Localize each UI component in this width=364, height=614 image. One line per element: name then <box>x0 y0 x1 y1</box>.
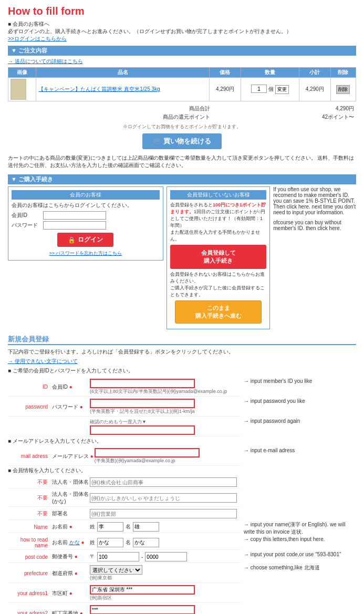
name-row: Name お名前 ● 姓 名 → input your name( <box>8 521 356 536</box>
address2-row: your adress2 町丁字番地 ● (例)西新宿1-1-1 <box>8 604 356 614</box>
id-input-cell: (6文字以上80文字以内/半角英数記号)(例)yamada@example.co… <box>90 379 240 395</box>
totals-table: 商品合計 4,290円 商品の還元ポイント 42ポイント〜 <box>8 105 356 121</box>
company-kana-row: 不要 法人名・団体名(かな) <box>8 490 356 508</box>
forgot-password-link[interactable]: >> パスワードを忘れた方はこちら <box>49 251 122 256</box>
address2-input[interactable] <box>90 605 195 614</box>
member-login-prompt: 会員のお客様はこちらからログインしてください。 <box>12 202 160 209</box>
continue-btn-wrap: 🛒 買い物を続ける <box>8 133 356 149</box>
col-delete: 削除 <box>330 68 356 78</box>
continue-shopping-button[interactable]: 🛒 買い物を続ける <box>142 133 222 149</box>
pw-confirm-label <box>52 419 89 435</box>
product-detail-link[interactable]: → 送品についての詳細はこちら <box>8 58 83 64</box>
kana-inputs: 姓 名 <box>90 538 240 547</box>
kana-surname-input[interactable] <box>97 538 123 547</box>
address1-input[interactable] <box>90 585 195 595</box>
reg-title: 新規会員登録 <box>8 335 356 345</box>
post-required: ● <box>75 554 78 559</box>
postcode-inputs: 〒 - <box>90 552 240 561</box>
name-kana-row: how to read name お名前 かな ● 姓 名 → c <box>8 536 356 551</box>
company-kanji-sidebar: 不要 <box>9 477 51 487</box>
password-label: パスワード <box>12 222 43 229</box>
member-id-row: 会員ID <box>12 211 160 220</box>
postcode-input-cell: 〒 - <box>90 552 240 561</box>
registration-section: 新規会員登録 下記内容でご登録を行います。よろしければ「会員登録する」ボタンをク… <box>8 335 356 614</box>
product-total-label: 商品合計 <box>8 105 212 113</box>
reg-description: 下記内容でご登録を行います。よろしければ「会員登録する」ボタンをクリックしてくだ… <box>8 348 356 356</box>
email-annotation: → input e-mail adress <box>241 447 356 454</box>
name-inputs: 姓 名 <box>90 522 240 532</box>
col-price: 価格 <box>209 68 241 78</box>
member-id-reg-input[interactable] <box>90 379 195 388</box>
password-confirm-input[interactable] <box>90 425 195 435</box>
product-name-cell: 【キャンペーン】たんぱく質調整米 真空米1/25 3kg <box>36 78 209 101</box>
member-box-title: 会員のお客様 <box>12 190 160 200</box>
login-button[interactable]: 🔒 ログイン <box>57 233 113 247</box>
nonmember-box-title: 会員登録していないお客様 <box>170 190 266 200</box>
member-login-box: 会員のお客様 会員のお客様はこちらからログインしてください。 会員ID パスワー… <box>8 186 163 261</box>
department-input-cell <box>90 509 240 518</box>
name-label: お名前 ● <box>52 522 89 532</box>
address2-input-cell: (例)西新宿1-1-1 <box>90 605 240 614</box>
page-title: How to fill form <box>8 5 356 17</box>
email-label: メールアドレス ● <box>52 448 93 464</box>
purchase-section-header: ▼ ご購入手続き <box>8 174 356 184</box>
member-id-input[interactable] <box>43 211 106 220</box>
given-name-input[interactable] <box>133 522 159 532</box>
table-row: 【キャンペーン】たんぱく質調整米 真空米1/25 3kg 4,290円 個 変更… <box>8 78 356 101</box>
product-total-value: 4,290円 <box>212 105 356 113</box>
product-subtotal-cell: 4,290円 <box>299 78 330 101</box>
id-required-mark: ● <box>69 384 72 390</box>
purchase-annotations: If you often use our shop, we recomend t… <box>273 186 356 231</box>
password-reg-input[interactable] <box>90 399 195 408</box>
password-annotation: → input password you like <box>241 398 356 405</box>
product-link[interactable]: 【キャンペーン】たんぱく質調整米 真空米1/25 3kg <box>38 86 160 92</box>
qty-input[interactable] <box>251 85 267 93</box>
name-required: ● <box>69 524 72 529</box>
postcode-annotation: → input your post code,or use "593-8301" <box>241 551 356 558</box>
company-kanji-input-cell <box>90 477 240 487</box>
kana-given-input[interactable] <box>133 538 159 547</box>
update-button[interactable]: 変更 <box>275 85 289 94</box>
password-label-cell: パスワード ● <box>52 399 89 415</box>
email-field-left: mail adress メールアドレス ● (半角英数)(例)yamada@ex… <box>8 447 241 467</box>
col-qty: 数量 <box>241 68 299 78</box>
email-sidebar-label: mail adress <box>9 448 51 464</box>
postcode-input2[interactable] <box>145 552 187 561</box>
prefecture-left: prefecture 都道府県 ● 選択してください 東京都 (例)東京都 <box>8 564 241 584</box>
continue-no-register-button[interactable]: このまま購入手続きへ進む <box>175 300 262 324</box>
surname-input[interactable] <box>97 522 123 532</box>
password-input[interactable] <box>43 221 106 230</box>
postcode-left: post code 郵便番号 ● 〒 - <box>8 551 241 564</box>
delete-button[interactable]: 削除 <box>336 85 350 94</box>
company-kanji-input[interactable] <box>90 477 237 487</box>
email-input-cell: (半角英数)(例)yamada@example.co.jp <box>95 448 240 464</box>
email-input[interactable] <box>95 448 200 457</box>
points-label: 商品の還元ポイント <box>8 113 212 121</box>
password-confirm-row: 確認のためもう一度入力▼ → input password again <box>8 418 356 438</box>
kana-link[interactable]: かな <box>69 539 80 545</box>
prefecture-row: prefecture 都道府県 ● 選択してください 東京都 (例)東京都 → … <box>8 564 356 584</box>
postcode-input1[interactable] <box>97 552 139 561</box>
email-required: ● <box>90 453 93 459</box>
login-link[interactable]: >>ログインはこちらから <box>8 36 67 41</box>
surname-label-text: 姓 <box>90 523 95 530</box>
order-table: 画像 品名 価格 数量 小計 削除 【キャンペーン】たんぱく質調整米 真空米1/… <box>8 67 356 101</box>
name-kana-annotation: → copy this letters,then input here. <box>241 536 356 543</box>
pw-confirm-input-cell: 確認のためもう一度入力▼ <box>90 419 240 435</box>
postcode-label: 郵便番号 ● <box>52 552 89 561</box>
name-input-cell: 姓 名 <box>90 522 240 532</box>
password-confirm-annotation: → input password again <box>241 418 356 425</box>
department-input[interactable] <box>90 509 237 518</box>
id-label: 会員ID ● <box>52 379 89 395</box>
address2-label: 町丁字番地 ● <box>52 605 89 614</box>
addr1-required: ● <box>69 590 72 596</box>
password-section-hint: ■ ご希望の会員IDとパスワードを入力してください。 <box>8 367 356 374</box>
text-link[interactable]: → 使用できない文字について <box>8 358 78 364</box>
company-kana-sidebar: 不要 <box>9 491 51 505</box>
company-kana-input[interactable] <box>90 493 237 503</box>
password-confirm-left: 確認のためもう一度入力▼ <box>8 418 241 438</box>
prefecture-select[interactable]: 選択してください 東京都 <box>90 565 142 575</box>
register-and-purchase-button[interactable]: 会員登録して購入手続き <box>170 245 266 269</box>
col-name: 品名 <box>36 68 209 78</box>
address1-label: 市区町 ● <box>52 585 89 601</box>
